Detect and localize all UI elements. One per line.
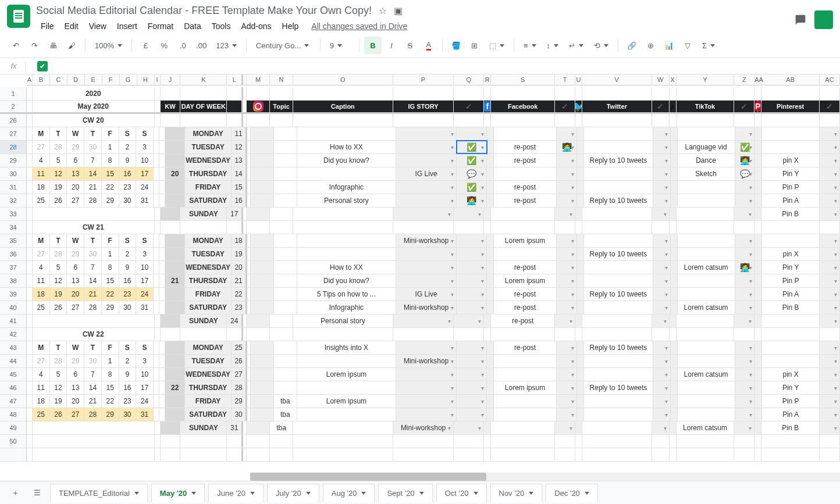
- mini-cal-cell[interactable]: S: [136, 234, 154, 247]
- mini-cal-cell[interactable]: 28: [50, 248, 67, 260]
- currency-button[interactable]: £: [137, 37, 154, 54]
- cell-tk-status[interactable]: [734, 314, 754, 327]
- cell-fb-status[interactable]: [555, 421, 575, 434]
- cell-q-status[interactable]: [457, 368, 487, 381]
- col-header[interactable]: S: [491, 74, 555, 85]
- cell-igstory[interactable]: Mini-workshop: [396, 301, 457, 314]
- font-select[interactable]: Century Go...: [251, 39, 315, 52]
- mini-cal-cell[interactable]: 17: [136, 274, 154, 287]
- sheet-tab[interactable]: Dec '20: [546, 484, 598, 502]
- mini-cal-cell[interactable]: 22: [102, 395, 119, 408]
- mini-cal-cell[interactable]: W: [67, 234, 84, 247]
- cell-tiktok[interactable]: [678, 274, 735, 287]
- row-header[interactable]: 2: [0, 101, 27, 114]
- cell-pinterest[interactable]: [762, 341, 820, 354]
- cell-tw-status[interactable]: [653, 154, 671, 167]
- cell-q-status[interactable]: 👩‍💻: [457, 194, 487, 207]
- cell-tw-status[interactable]: [653, 341, 671, 354]
- mini-cal-cell[interactable]: 10: [136, 154, 154, 167]
- cell-tw-status[interactable]: [653, 301, 671, 314]
- cell-tw-status[interactable]: [653, 127, 671, 140]
- cell-igstory[interactable]: IG Live: [396, 167, 457, 180]
- mini-cal-cell[interactable]: 18: [33, 181, 50, 194]
- mini-cal-cell[interactable]: 28: [50, 355, 67, 367]
- mini-cal-cell[interactable]: 6: [67, 368, 84, 381]
- cell-pi-status[interactable]: [820, 368, 840, 381]
- cell-tiktok[interactable]: [678, 395, 735, 408]
- comments-icon[interactable]: [792, 12, 809, 28]
- col-header[interactable]: I: [155, 74, 161, 85]
- mini-cal-cell[interactable]: [154, 395, 159, 408]
- cell-tiktok[interactable]: [677, 314, 735, 327]
- row-header[interactable]: 35: [0, 234, 27, 248]
- row-header[interactable]: 41: [0, 314, 27, 328]
- col-header[interactable]: G: [120, 74, 137, 85]
- cell-igstory[interactable]: [396, 248, 457, 260]
- mini-cal-cell[interactable]: 27: [33, 248, 50, 260]
- cell-facebook[interactable]: re-post: [494, 288, 557, 301]
- mini-cal-cell[interactable]: 9: [119, 261, 137, 274]
- cell-twitter[interactable]: Reply to 10 tweets: [584, 248, 653, 260]
- mini-cal-cell[interactable]: M: [33, 234, 50, 247]
- cell-tiktok[interactable]: Lorem catsum: [678, 301, 735, 314]
- cell-pi-status[interactable]: [820, 261, 840, 274]
- mini-cal-cell[interactable]: 19: [50, 181, 67, 194]
- cell-tk-status[interactable]: ✅: [735, 141, 756, 153]
- mini-cal-cell[interactable]: [154, 301, 159, 314]
- cell-tw-status[interactable]: [653, 355, 671, 367]
- cell-tiktok[interactable]: Dance: [678, 154, 735, 167]
- cell-igstory[interactable]: [396, 181, 457, 194]
- col-header[interactable]: A: [27, 74, 33, 85]
- cell-tk-status[interactable]: [735, 368, 756, 381]
- mini-cal-cell[interactable]: 5: [50, 368, 67, 381]
- cell-twitter[interactable]: [584, 395, 653, 408]
- cell-tk-status[interactable]: 👩‍💻: [735, 154, 756, 167]
- cell-pi-status[interactable]: [820, 234, 840, 247]
- cell-caption[interactable]: Infographic: [297, 181, 396, 194]
- col-header[interactable]: H: [137, 74, 155, 85]
- mini-cal-cell[interactable]: 9: [119, 368, 137, 381]
- menu-view[interactable]: View: [84, 19, 111, 33]
- mini-cal-cell[interactable]: 24: [136, 181, 154, 194]
- cell-fb-status[interactable]: [557, 194, 577, 207]
- cell-tk-status[interactable]: [735, 248, 756, 260]
- cell-facebook[interactable]: [491, 421, 555, 434]
- cell-pi-status[interactable]: [820, 314, 840, 327]
- undo-button[interactable]: ↶: [7, 37, 24, 54]
- col-header[interactable]: M: [247, 74, 270, 85]
- mini-cal-cell[interactable]: 30: [119, 194, 137, 207]
- col-header[interactable]: Q: [454, 74, 484, 85]
- cell-pinterest[interactable]: pin X: [762, 368, 820, 381]
- mini-cal-cell[interactable]: 27: [67, 301, 84, 314]
- row-header[interactable]: 45: [0, 368, 27, 381]
- row-header[interactable]: 27: [0, 127, 27, 141]
- cell-tiktok[interactable]: Lorem catsum: [678, 261, 735, 274]
- cell-pi-status[interactable]: [820, 395, 840, 408]
- inc-decimal-button[interactable]: .00: [193, 37, 210, 54]
- mini-cal-cell[interactable]: [154, 355, 159, 367]
- row-header[interactable]: 46: [0, 381, 27, 395]
- menu-tools[interactable]: Tools: [207, 19, 236, 33]
- cell-caption[interactable]: [297, 248, 396, 260]
- cell-twitter[interactable]: [584, 141, 653, 153]
- cell-pi-status[interactable]: [820, 141, 840, 153]
- cell-twitter[interactable]: [584, 301, 653, 314]
- mini-cal-cell[interactable]: T: [84, 234, 102, 247]
- cell-tk-status[interactable]: 👩‍💻: [735, 261, 756, 274]
- mini-cal-cell[interactable]: 2: [119, 355, 137, 367]
- row-header[interactable]: 28: [0, 141, 27, 154]
- cell-facebook[interactable]: [494, 167, 557, 180]
- formula-input[interactable]: ✔: [26, 61, 48, 72]
- mini-cal-cell[interactable]: 28: [84, 301, 102, 314]
- mini-cal-cell[interactable]: 8: [102, 154, 119, 167]
- mini-cal-cell[interactable]: 16: [119, 274, 137, 287]
- col-header[interactable]: D: [67, 74, 85, 85]
- cell-tiktok[interactable]: [678, 127, 735, 140]
- cell-tk-status[interactable]: [735, 355, 756, 367]
- mini-cal-cell[interactable]: [154, 141, 159, 153]
- cell-pinterest[interactable]: Pin Y: [762, 261, 820, 274]
- mini-cal-cell[interactable]: 11: [33, 167, 50, 180]
- cell-q-status[interactable]: 💬: [457, 167, 487, 180]
- mini-cal-cell[interactable]: 8: [102, 261, 119, 274]
- sheet-tab[interactable]: Sept '20: [378, 484, 432, 502]
